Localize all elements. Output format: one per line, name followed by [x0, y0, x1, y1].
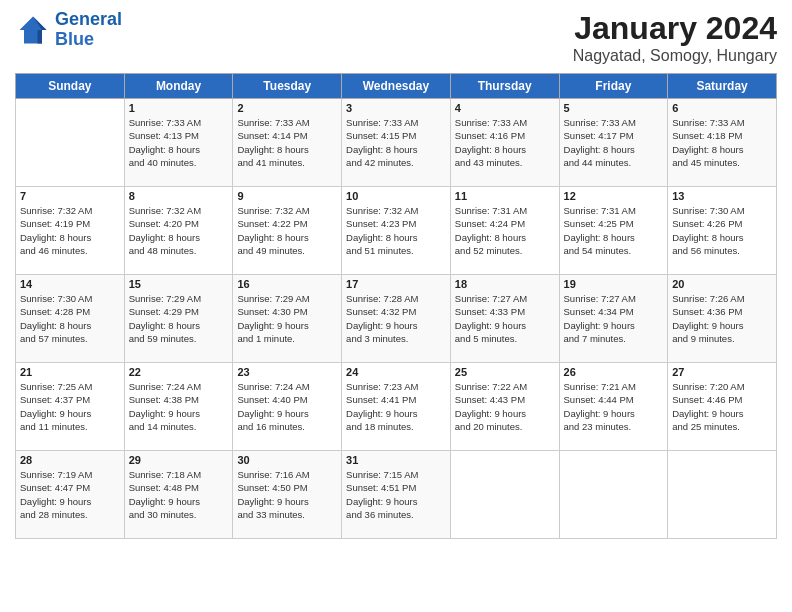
- calendar-cell: 28Sunrise: 7:19 AM Sunset: 4:47 PM Dayli…: [16, 451, 125, 539]
- calendar-cell: 14Sunrise: 7:30 AM Sunset: 4:28 PM Dayli…: [16, 275, 125, 363]
- day-info: Sunrise: 7:29 AM Sunset: 4:30 PM Dayligh…: [237, 292, 337, 345]
- calendar-cell: 7Sunrise: 7:32 AM Sunset: 4:19 PM Daylig…: [16, 187, 125, 275]
- calendar-cell: 15Sunrise: 7:29 AM Sunset: 4:29 PM Dayli…: [124, 275, 233, 363]
- calendar-cell: 11Sunrise: 7:31 AM Sunset: 4:24 PM Dayli…: [450, 187, 559, 275]
- day-number: 27: [672, 366, 772, 378]
- header: General Blue January 2024 Nagyatad, Somo…: [15, 10, 777, 65]
- logo-text: General Blue: [55, 10, 122, 50]
- day-info: Sunrise: 7:15 AM Sunset: 4:51 PM Dayligh…: [346, 468, 446, 521]
- day-info: Sunrise: 7:30 AM Sunset: 4:28 PM Dayligh…: [20, 292, 120, 345]
- day-number: 17: [346, 278, 446, 290]
- day-info: Sunrise: 7:18 AM Sunset: 4:48 PM Dayligh…: [129, 468, 229, 521]
- day-info: Sunrise: 7:25 AM Sunset: 4:37 PM Dayligh…: [20, 380, 120, 433]
- day-number: 16: [237, 278, 337, 290]
- day-info: Sunrise: 7:33 AM Sunset: 4:14 PM Dayligh…: [237, 116, 337, 169]
- day-number: 20: [672, 278, 772, 290]
- day-info: Sunrise: 7:30 AM Sunset: 4:26 PM Dayligh…: [672, 204, 772, 257]
- location-title: Nagyatad, Somogy, Hungary: [573, 47, 777, 65]
- day-info: Sunrise: 7:22 AM Sunset: 4:43 PM Dayligh…: [455, 380, 555, 433]
- calendar-cell: 9Sunrise: 7:32 AM Sunset: 4:22 PM Daylig…: [233, 187, 342, 275]
- day-info: Sunrise: 7:26 AM Sunset: 4:36 PM Dayligh…: [672, 292, 772, 345]
- logo-blue: Blue: [55, 29, 94, 49]
- day-of-week-header: Tuesday: [233, 74, 342, 99]
- day-number: 4: [455, 102, 555, 114]
- day-info: Sunrise: 7:33 AM Sunset: 4:18 PM Dayligh…: [672, 116, 772, 169]
- calendar-cell: 2Sunrise: 7:33 AM Sunset: 4:14 PM Daylig…: [233, 99, 342, 187]
- day-number: 14: [20, 278, 120, 290]
- day-number: 10: [346, 190, 446, 202]
- calendar-header-row: SundayMondayTuesdayWednesdayThursdayFrid…: [16, 74, 777, 99]
- day-info: Sunrise: 7:29 AM Sunset: 4:29 PM Dayligh…: [129, 292, 229, 345]
- day-number: 2: [237, 102, 337, 114]
- calendar-cell: 22Sunrise: 7:24 AM Sunset: 4:38 PM Dayli…: [124, 363, 233, 451]
- calendar-cell: 12Sunrise: 7:31 AM Sunset: 4:25 PM Dayli…: [559, 187, 668, 275]
- day-info: Sunrise: 7:32 AM Sunset: 4:22 PM Dayligh…: [237, 204, 337, 257]
- calendar-cell: 18Sunrise: 7:27 AM Sunset: 4:33 PM Dayli…: [450, 275, 559, 363]
- calendar-cell: 23Sunrise: 7:24 AM Sunset: 4:40 PM Dayli…: [233, 363, 342, 451]
- calendar-cell: [450, 451, 559, 539]
- month-title: January 2024: [573, 10, 777, 47]
- calendar-body: 1Sunrise: 7:33 AM Sunset: 4:13 PM Daylig…: [16, 99, 777, 539]
- day-number: 11: [455, 190, 555, 202]
- day-info: Sunrise: 7:27 AM Sunset: 4:33 PM Dayligh…: [455, 292, 555, 345]
- day-of-week-header: Monday: [124, 74, 233, 99]
- calendar-cell: 3Sunrise: 7:33 AM Sunset: 4:15 PM Daylig…: [342, 99, 451, 187]
- calendar-cell: 17Sunrise: 7:28 AM Sunset: 4:32 PM Dayli…: [342, 275, 451, 363]
- calendar-cell: 25Sunrise: 7:22 AM Sunset: 4:43 PM Dayli…: [450, 363, 559, 451]
- day-info: Sunrise: 7:33 AM Sunset: 4:17 PM Dayligh…: [564, 116, 664, 169]
- day-of-week-header: Thursday: [450, 74, 559, 99]
- day-info: Sunrise: 7:33 AM Sunset: 4:15 PM Dayligh…: [346, 116, 446, 169]
- calendar-week-row: 7Sunrise: 7:32 AM Sunset: 4:19 PM Daylig…: [16, 187, 777, 275]
- day-number: 29: [129, 454, 229, 466]
- calendar-cell: [16, 99, 125, 187]
- day-info: Sunrise: 7:16 AM Sunset: 4:50 PM Dayligh…: [237, 468, 337, 521]
- day-number: 19: [564, 278, 664, 290]
- day-number: 5: [564, 102, 664, 114]
- logo: General Blue: [15, 10, 122, 50]
- calendar-cell: 13Sunrise: 7:30 AM Sunset: 4:26 PM Dayli…: [668, 187, 777, 275]
- day-number: 31: [346, 454, 446, 466]
- calendar-week-row: 14Sunrise: 7:30 AM Sunset: 4:28 PM Dayli…: [16, 275, 777, 363]
- calendar-week-row: 28Sunrise: 7:19 AM Sunset: 4:47 PM Dayli…: [16, 451, 777, 539]
- day-info: Sunrise: 7:20 AM Sunset: 4:46 PM Dayligh…: [672, 380, 772, 433]
- day-number: 7: [20, 190, 120, 202]
- page-container: General Blue January 2024 Nagyatad, Somo…: [0, 0, 792, 549]
- calendar-cell: 31Sunrise: 7:15 AM Sunset: 4:51 PM Dayli…: [342, 451, 451, 539]
- calendar-cell: 4Sunrise: 7:33 AM Sunset: 4:16 PM Daylig…: [450, 99, 559, 187]
- calendar-cell: 16Sunrise: 7:29 AM Sunset: 4:30 PM Dayli…: [233, 275, 342, 363]
- day-number: 18: [455, 278, 555, 290]
- calendar-table: SundayMondayTuesdayWednesdayThursdayFrid…: [15, 73, 777, 539]
- calendar-cell: 8Sunrise: 7:32 AM Sunset: 4:20 PM Daylig…: [124, 187, 233, 275]
- day-number: 8: [129, 190, 229, 202]
- day-number: 28: [20, 454, 120, 466]
- logo-icon: [15, 12, 51, 48]
- day-number: 9: [237, 190, 337, 202]
- calendar-week-row: 21Sunrise: 7:25 AM Sunset: 4:37 PM Dayli…: [16, 363, 777, 451]
- day-info: Sunrise: 7:31 AM Sunset: 4:25 PM Dayligh…: [564, 204, 664, 257]
- day-of-week-header: Wednesday: [342, 74, 451, 99]
- calendar-cell: [559, 451, 668, 539]
- day-number: 6: [672, 102, 772, 114]
- calendar-cell: 26Sunrise: 7:21 AM Sunset: 4:44 PM Dayli…: [559, 363, 668, 451]
- logo-general: General: [55, 9, 122, 29]
- day-number: 25: [455, 366, 555, 378]
- calendar-cell: 24Sunrise: 7:23 AM Sunset: 4:41 PM Dayli…: [342, 363, 451, 451]
- day-of-week-header: Saturday: [668, 74, 777, 99]
- day-info: Sunrise: 7:24 AM Sunset: 4:40 PM Dayligh…: [237, 380, 337, 433]
- calendar-cell: 6Sunrise: 7:33 AM Sunset: 4:18 PM Daylig…: [668, 99, 777, 187]
- day-info: Sunrise: 7:32 AM Sunset: 4:20 PM Dayligh…: [129, 204, 229, 257]
- day-info: Sunrise: 7:28 AM Sunset: 4:32 PM Dayligh…: [346, 292, 446, 345]
- calendar-cell: 10Sunrise: 7:32 AM Sunset: 4:23 PM Dayli…: [342, 187, 451, 275]
- day-info: Sunrise: 7:32 AM Sunset: 4:19 PM Dayligh…: [20, 204, 120, 257]
- day-number: 24: [346, 366, 446, 378]
- day-info: Sunrise: 7:27 AM Sunset: 4:34 PM Dayligh…: [564, 292, 664, 345]
- day-info: Sunrise: 7:24 AM Sunset: 4:38 PM Dayligh…: [129, 380, 229, 433]
- title-block: January 2024 Nagyatad, Somogy, Hungary: [573, 10, 777, 65]
- day-number: 13: [672, 190, 772, 202]
- calendar-cell: 27Sunrise: 7:20 AM Sunset: 4:46 PM Dayli…: [668, 363, 777, 451]
- day-number: 1: [129, 102, 229, 114]
- day-of-week-header: Friday: [559, 74, 668, 99]
- day-number: 21: [20, 366, 120, 378]
- calendar-cell: 5Sunrise: 7:33 AM Sunset: 4:17 PM Daylig…: [559, 99, 668, 187]
- calendar-cell: 30Sunrise: 7:16 AM Sunset: 4:50 PM Dayli…: [233, 451, 342, 539]
